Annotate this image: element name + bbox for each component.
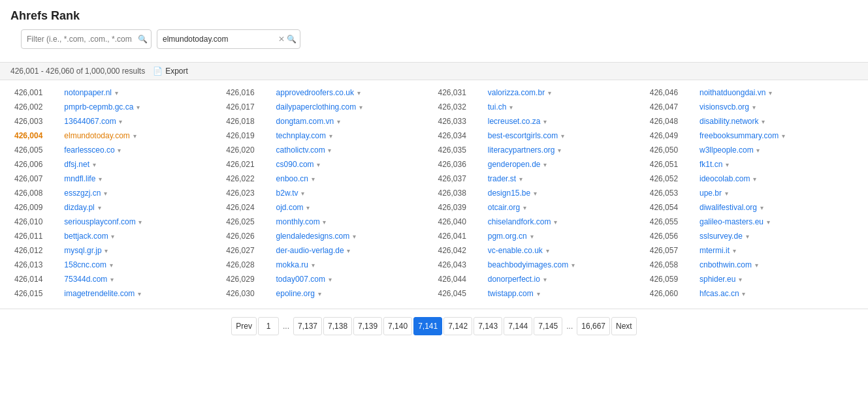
- rank-cell: 426,054: [646, 200, 696, 215]
- domain-link[interactable]: dizday.pl: [64, 203, 94, 212]
- domain-link[interactable]: chiselandfork.com: [488, 217, 551, 226]
- pagination-page-1[interactable]: 1: [258, 317, 279, 335]
- domain-link[interactable]: sslsurvey.de: [699, 232, 743, 241]
- rank-cell: 426,051: [646, 157, 696, 172]
- domain-cell: galileo-masters.eu ▾: [696, 215, 858, 229]
- domain-cell: enboo.cn ▾: [272, 172, 434, 186]
- chevron-down-icon: ▾: [758, 204, 764, 211]
- rank-cell: 426,011: [10, 229, 60, 243]
- domain-link[interactable]: beachbodyimages.com: [488, 260, 568, 269]
- domain-link[interactable]: freebooksummary.com: [699, 131, 779, 140]
- domain-link[interactable]: 13644067.com: [64, 117, 116, 126]
- domain-link[interactable]: bettjack.com: [64, 232, 108, 241]
- domain-link[interactable]: seriousplayconf.com: [64, 217, 135, 226]
- domain-link[interactable]: genderopen.de: [488, 160, 541, 169]
- pagination-nav-prev[interactable]: Prev: [231, 317, 257, 335]
- pagination-page-7140[interactable]: 7,140: [383, 317, 412, 335]
- pagination-page-7144[interactable]: 7,144: [504, 317, 532, 335]
- pagination-page-7142[interactable]: 7,142: [443, 317, 472, 335]
- domain-link[interactable]: pgm.org.cn: [488, 232, 527, 241]
- domain-link[interactable]: enboo.cn: [276, 174, 308, 183]
- domain-link[interactable]: galileo-masters.eu: [699, 217, 764, 226]
- rank-cell: 426,020: [222, 143, 272, 157]
- domain-link[interactable]: technplay.com: [276, 131, 326, 140]
- domain-link[interactable]: noithatduongdai.vn: [699, 88, 765, 97]
- export-button[interactable]: 📄 Export: [153, 67, 188, 76]
- domain-link[interactable]: mndfl.life: [64, 174, 95, 183]
- chevron-down-icon: ▾: [118, 118, 123, 125]
- domain-link[interactable]: cnbothwin.com: [699, 260, 752, 269]
- pagination-page-7145[interactable]: 7,145: [534, 317, 562, 335]
- domain-link[interactable]: ideocolab.com: [699, 174, 750, 183]
- domain-link[interactable]: 158cnc.com: [64, 260, 106, 269]
- domain-link[interactable]: imagetrendelite.com: [64, 289, 135, 298]
- chevron-down-icon: ▾: [552, 219, 557, 226]
- domain-link[interactable]: 75344d.com: [64, 275, 107, 284]
- domain-link[interactable]: valorizza.com.br: [488, 88, 545, 97]
- filter-search-button[interactable]: 🔍: [135, 32, 150, 46]
- domain-link[interactable]: der-audio-verlag.de: [276, 246, 344, 255]
- domain-cell: pmprb-cepmb.gc.ca ▾: [60, 100, 222, 114]
- pagination-page-7139[interactable]: 7,139: [353, 317, 382, 335]
- domain-link[interactable]: lecreuset.co.za: [488, 117, 541, 126]
- pagination-page-7137[interactable]: 7,137: [293, 317, 322, 335]
- table-row: 426,001notonpaper.nl ▾426,016approvedroo…: [10, 85, 858, 100]
- chevron-down-icon: ▾: [310, 262, 315, 269]
- chevron-down-icon: ▾: [753, 262, 758, 269]
- domain-link[interactable]: tui.ch: [488, 102, 507, 112]
- domain-link[interactable]: fearlessceo.co: [64, 145, 114, 155]
- domain-link[interactable]: approvedroofers.co.uk: [276, 88, 354, 97]
- domain-link[interactable]: dailypaperclothing.com: [276, 102, 357, 112]
- domain-link[interactable]: b2w.tv: [276, 189, 298, 198]
- domain-link[interactable]: visionsvcb.org: [699, 102, 749, 112]
- pagination-page-7143[interactable]: 7,143: [474, 317, 502, 335]
- domain-link[interactable]: fk1t.cn: [699, 160, 722, 169]
- domain-link[interactable]: dongtam.com.vn: [276, 117, 334, 126]
- domain-link[interactable]: today007.com: [276, 275, 325, 284]
- domain-link[interactable]: upe.br: [699, 189, 722, 198]
- domain-cell: imagetrendelite.com ▾: [60, 286, 222, 301]
- domain-link[interactable]: glendaledesigns.com: [276, 232, 350, 241]
- domain-link[interactable]: w3llpeople.com: [699, 145, 754, 155]
- pagination-nav-next[interactable]: Next: [611, 317, 637, 335]
- domain-link[interactable]: disability.network: [699, 117, 758, 126]
- domain-cell: w3llpeople.com ▾: [696, 143, 858, 157]
- domain-link[interactable]: otcair.org: [488, 203, 520, 212]
- domain-link[interactable]: hfcas.ac.cn: [699, 289, 739, 298]
- domain-link[interactable]: sphider.eu: [699, 275, 735, 284]
- domain-link[interactable]: epoline.org: [276, 289, 315, 298]
- results-count: 426,001 - 426,060 of 1,000,000 results: [10, 67, 145, 76]
- domain-link[interactable]: donorperfect.io: [488, 275, 540, 284]
- filter-input[interactable]: [21, 29, 152, 49]
- domain-link[interactable]: catholictv.com: [276, 145, 325, 155]
- domain-link[interactable]: elmundotoday.com: [64, 131, 130, 140]
- domain-link[interactable]: esszgzj.cn: [64, 189, 101, 198]
- chevron-down-icon: ▾: [316, 290, 321, 297]
- domain-link[interactable]: notonpaper.nl: [64, 88, 112, 97]
- domain-link[interactable]: monthly.com: [276, 217, 320, 226]
- domain-link[interactable]: design15.be: [488, 189, 530, 198]
- domain-link[interactable]: pmprb-cepmb.gc.ca: [64, 102, 133, 112]
- chevron-down-icon: ▾: [750, 104, 756, 111]
- pagination-page-16667[interactable]: 16,667: [577, 317, 610, 335]
- domain-link[interactable]: mtermi.it: [699, 246, 730, 255]
- domain-link[interactable]: literacypartners.org: [488, 145, 555, 155]
- chevron-down-icon: ▾: [351, 233, 356, 240]
- domain-link[interactable]: mysql.gr.jp: [64, 246, 101, 255]
- domain-link[interactable]: trader.st: [488, 174, 516, 183]
- domain-link[interactable]: ojd.com: [276, 203, 304, 212]
- domain-link[interactable]: best-escortgirls.com: [488, 131, 558, 140]
- domain-cell: donorperfect.io ▾: [484, 272, 646, 286]
- domain-search-button[interactable]: 🔍: [284, 32, 299, 46]
- domain-cell: epoline.org ▾: [272, 286, 434, 301]
- domain-link[interactable]: dfsj.net: [64, 160, 89, 169]
- domain-link[interactable]: mokka.ru: [276, 260, 308, 269]
- chevron-down-icon: ▾: [724, 161, 729, 168]
- domain-link[interactable]: diwalifestival.org: [699, 203, 757, 212]
- pagination-page-7138[interactable]: 7,138: [323, 317, 352, 335]
- domain-link[interactable]: twistapp.com: [488, 289, 534, 298]
- domain-link[interactable]: vc-enable.co.uk: [488, 246, 543, 255]
- domain-link[interactable]: cs090.com: [276, 160, 314, 169]
- domain-cell: mokka.ru ▾: [272, 258, 434, 272]
- pagination-page-7141[interactable]: 7,141: [413, 317, 442, 335]
